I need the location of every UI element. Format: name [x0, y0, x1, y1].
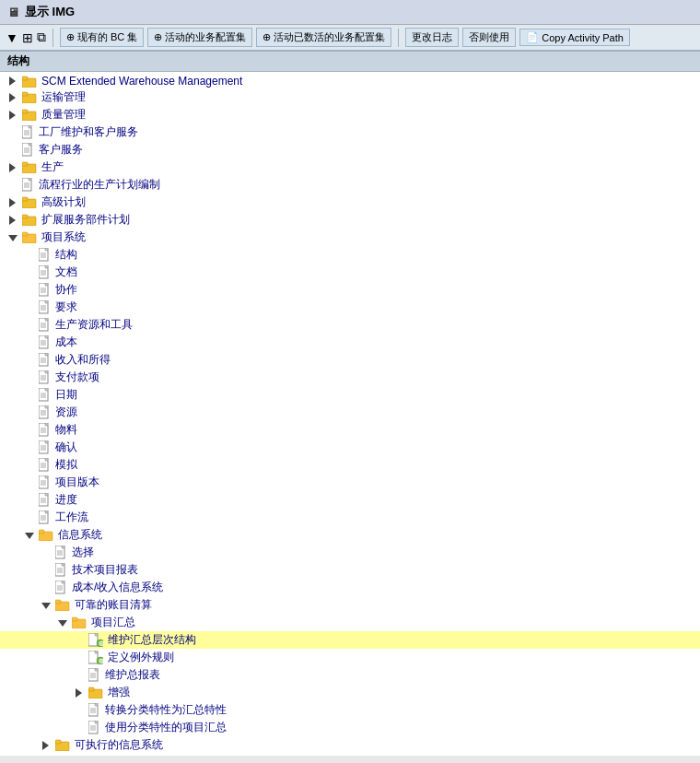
doc-icon	[39, 370, 51, 384]
active-biz2-button[interactable]: ⊕ 活动已数活的业务配置集	[256, 28, 391, 47]
node-label: 项目汇总	[91, 615, 135, 630]
tree-item[interactable]: 进度	[0, 491, 700, 509]
folder-icon	[39, 529, 53, 541]
tree-item[interactable]: 模拟	[0, 456, 700, 474]
tree-item[interactable]: 成本/收入信息系统	[0, 579, 700, 596]
doc-icon	[88, 668, 100, 682]
node-label: 技术项目报表	[72, 562, 138, 578]
tree-item[interactable]: 文档	[0, 264, 700, 281]
section-header: 结构	[0, 52, 700, 72]
collapse-icon[interactable]	[24, 531, 37, 540]
svg-marker-166	[42, 741, 49, 750]
tree-item[interactable]: 支付款项	[0, 369, 700, 386]
tree-item[interactable]: 高级计划	[0, 194, 700, 211]
folder-closed-icon	[22, 214, 37, 226]
tree-item[interactable]: 项目系统	[0, 229, 700, 246]
tree-item[interactable]: 运输管理	[0, 88, 700, 106]
doc-icon	[39, 458, 51, 472]
tree-item[interactable]: 要求	[0, 299, 700, 316]
tree-item[interactable]: 工作流	[0, 509, 700, 526]
copy-icon[interactable]: ⧉	[37, 29, 46, 45]
node-label: 资源	[55, 405, 77, 420]
svg-rect-155	[88, 687, 94, 691]
tree-item[interactable]: 项目版本	[0, 474, 700, 491]
filter-icon[interactable]: ▼	[6, 30, 18, 45]
folder-icon	[72, 616, 87, 628]
tree-item[interactable]: SCM Extended Warehouse Management	[0, 74, 700, 88]
title-icon: 🖥	[7, 6, 19, 19]
bc-icon: ⊕	[66, 31, 75, 43]
expand-icon[interactable]	[7, 162, 20, 173]
expand-icon[interactable]	[7, 110, 20, 121]
tree-container[interactable]: SCM Extended Warehouse Management 运输管理 质…	[0, 72, 700, 756]
collapse-icon[interactable]	[57, 618, 70, 628]
expand-icon[interactable]	[74, 687, 87, 698]
tree-item[interactable]: 生产资源和工具	[0, 316, 700, 334]
tree-item[interactable]: 选择	[0, 544, 700, 561]
tree-item[interactable]: ⚙ 维护汇总层次结构	[0, 631, 700, 649]
tree-item[interactable]: 物料	[0, 421, 700, 439]
tree-item[interactable]: 工厂维护和客户服务	[0, 123, 700, 141]
collapse-icon[interactable]	[41, 601, 53, 610]
bc-set-button[interactable]: ⊕ 现有的 BC 集	[60, 28, 144, 47]
tree-item[interactable]: 流程行业的生产计划编制	[0, 176, 700, 194]
expand-icon[interactable]	[41, 740, 53, 751]
tree-item[interactable]: 资源	[0, 404, 700, 421]
tree-item[interactable]: 生产	[0, 158, 700, 176]
otherwise-button[interactable]: 否则使用	[462, 28, 516, 47]
svg-rect-168	[55, 740, 61, 744]
node-label: 转换分类特性为汇总特性	[105, 702, 227, 718]
tree-item[interactable]: 信息系统	[0, 526, 700, 544]
tree-item[interactable]: 扩展服务部件计划	[0, 211, 700, 229]
tree-item[interactable]: 资源	[0, 754, 700, 756]
tree-item[interactable]: 项目汇总	[0, 614, 700, 631]
toolbar: ▼ ⊞ ⧉ ⊕ 现有的 BC 集 ⊕ 活动的业务配置集 ⊕ 活动已数活的业务配置…	[0, 25, 700, 52]
tree-item[interactable]: 协作	[0, 281, 700, 299]
tree-item[interactable]: 客户服务	[0, 141, 700, 158]
node-label: 日期	[55, 387, 77, 403]
tree-item[interactable]: ⚙ 定义例外规则	[0, 649, 700, 666]
tree-item[interactable]: 使用分类特性的项目汇总	[0, 719, 700, 736]
node-label: 工作流	[55, 510, 88, 525]
folder-closed-icon	[22, 161, 37, 173]
collapse-icon[interactable]	[7, 233, 20, 242]
tree-item[interactable]: 增强	[0, 684, 700, 701]
svg-marker-33	[8, 235, 18, 241]
tree-item[interactable]: 转换分类特性为汇总特性	[0, 701, 700, 719]
folder-closed-icon	[55, 739, 70, 751]
tree-item[interactable]: 成本	[0, 334, 700, 351]
tree-item[interactable]: 日期	[0, 386, 700, 404]
svg-text:⚙: ⚙	[99, 640, 104, 647]
node-label: 成本	[55, 335, 77, 350]
svg-rect-5	[22, 92, 28, 96]
node-label: 资源	[72, 755, 94, 756]
node-label: 质量管理	[41, 107, 86, 123]
expand-icon[interactable]	[7, 197, 20, 208]
expand-icon[interactable]	[7, 215, 20, 226]
tree-item[interactable]: 技术项目报表	[0, 561, 700, 579]
svg-marker-0	[9, 76, 16, 86]
tree-item[interactable]: 可执行的信息系统	[0, 736, 700, 754]
table-icon[interactable]: ⊞	[22, 30, 33, 45]
node-label: SCM Extended Warehouse Management	[41, 75, 242, 88]
active-biz-button[interactable]: ⊕ 活动的业务配置集	[147, 28, 252, 47]
svg-marker-137	[58, 620, 67, 627]
change-log-button[interactable]: 更改日志	[405, 28, 459, 47]
doc-icon	[88, 721, 100, 734]
svg-marker-3	[9, 93, 16, 102]
active-biz-icon: ⊕	[154, 31, 162, 43]
tree-item[interactable]: 可靠的账目清算	[0, 596, 700, 614]
folder-closed-icon	[88, 687, 103, 698]
tree-item[interactable]: 确认	[0, 439, 700, 456]
copy-path-button[interactable]: 📄 Copy Activity Path	[519, 29, 630, 46]
expand-icon[interactable]	[7, 92, 20, 103]
tree-item[interactable]: 收入和所得	[0, 351, 700, 369]
folder-closed-icon	[22, 91, 37, 103]
tree-item[interactable]: 维护总报表	[0, 666, 700, 684]
expand-icon[interactable]	[7, 76, 20, 87]
tree-item[interactable]: 结构	[0, 246, 700, 264]
svg-rect-35	[22, 232, 28, 236]
tree-item[interactable]: 质量管理	[0, 106, 700, 123]
node-label: 文档	[55, 264, 77, 280]
doc-icon	[39, 265, 51, 279]
